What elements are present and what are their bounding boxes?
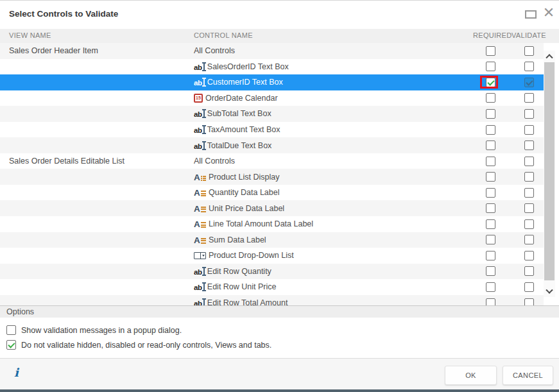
control-name-cell: Product Drop-Down List — [194, 248, 294, 264]
control-name-label: Product List Display — [209, 173, 279, 182]
vertical-scrollbar[interactable] — [544, 51, 555, 297]
close-button[interactable]: ✕ — [540, 3, 557, 22]
control-name-cell: abEdit Row Unit Price — [194, 279, 277, 295]
table-row[interactable]: AQuantity Data Label — [0, 185, 544, 201]
table-row[interactable]: Product Drop-Down List — [0, 248, 544, 264]
textbox-icon: ab — [194, 141, 205, 150]
data-label-icon: A — [194, 188, 206, 197]
validate-checkbox[interactable] — [524, 188, 534, 198]
control-name-cell: abEdit Row Quantity — [194, 264, 271, 280]
view-name-cell: Sales Order Details Editable List — [9, 153, 125, 169]
required-checkbox[interactable] — [486, 235, 495, 244]
control-name-label: SubTotal Text Box — [207, 109, 271, 118]
required-checkbox[interactable] — [486, 251, 495, 260]
column-header-required: REQUIRED — [473, 31, 512, 39]
control-name-label: Quantity Data Label — [209, 188, 280, 197]
required-checkbox[interactable] — [486, 93, 495, 103]
validate-checkbox[interactable] — [524, 172, 534, 182]
view-name-cell: Sales Order Header Item — [9, 43, 98, 59]
table-row[interactable]: 15OrderDate Calendar — [0, 90, 544, 107]
table-row[interactable]: abSalesOrderID Text Box — [0, 59, 544, 75]
validate-checkbox[interactable] — [524, 62, 534, 71]
required-checkbox[interactable] — [486, 109, 495, 119]
required-checkbox[interactable] — [486, 125, 495, 135]
validate-checkbox[interactable] — [524, 78, 534, 87]
table-row[interactable]: Sales Order Header ItemAll Controls — [0, 43, 544, 59]
ok-button[interactable]: OK — [445, 366, 497, 385]
option-show-validation-messages[interactable]: Show validation messages in a popup dial… — [6, 325, 182, 335]
control-name-label: OrderDate Calendar — [205, 94, 278, 103]
scrollbar-up-button[interactable] — [544, 51, 555, 61]
cancel-button[interactable]: CANCEL — [503, 366, 553, 385]
table-row[interactable]: abEdit Row Unit Price — [0, 279, 544, 295]
table-column-header: VIEW NAME CONTROL NAME REQUIRED VALIDATE — [0, 29, 559, 43]
validate-checkbox[interactable] — [524, 251, 534, 260]
control-name-cell: AUnit Price Data Label — [194, 200, 284, 216]
required-checkbox[interactable] — [486, 172, 495, 182]
scrollbar-thumb[interactable] — [544, 62, 555, 280]
required-checkbox[interactable] — [486, 62, 495, 71]
table-row[interactable]: Sales Order Details Editable ListAll Con… — [0, 153, 544, 169]
calendar-icon: 15 — [194, 94, 203, 103]
validate-checkbox[interactable] — [524, 141, 534, 150]
close-icon: ✕ — [543, 4, 555, 21]
maximize-icon — [525, 10, 537, 19]
control-name-label: Sum Data Label — [209, 235, 266, 244]
control-name-label: TaxAmount Text Box — [207, 125, 280, 134]
validate-checkbox[interactable] — [524, 203, 534, 213]
table-row[interactable]: abEdit Row Quantity — [0, 264, 544, 280]
data-label-icon: A — [194, 204, 206, 213]
column-header-view-name: VIEW NAME — [9, 31, 51, 39]
control-name-cell: AQuantity Data Label — [194, 185, 280, 201]
dialog-titlebar: Select Controls to Validate ✕ — [0, 1, 559, 29]
column-header-control-name: CONTROL NAME — [194, 31, 253, 39]
control-name-label: Line Total Amount Data Label — [209, 219, 313, 228]
validate-checkbox[interactable] — [524, 266, 534, 276]
control-name-cell: abTotalDue Text Box — [194, 137, 271, 153]
option-do-not-validate-hidden[interactable]: Do not validate hidden, disabled or read… — [6, 340, 271, 350]
required-checkbox[interactable] — [486, 219, 495, 229]
required-checkbox[interactable] — [486, 188, 495, 198]
required-checkbox[interactable] — [486, 282, 495, 292]
table-row[interactable]: ASum Data Label — [0, 232, 544, 248]
list-display-icon: A — [194, 173, 206, 182]
scrollbar-down-button[interactable] — [544, 287, 555, 297]
control-name-label: Edit Row Quantity — [207, 267, 271, 276]
textbox-icon: ab — [194, 109, 205, 118]
table-row[interactable]: AUnit Price Data Label — [0, 200, 544, 216]
validate-checkbox[interactable] — [524, 93, 534, 103]
textbox-icon: ab — [194, 62, 205, 71]
validate-checkbox[interactable] — [524, 282, 534, 292]
chevron-down-icon — [546, 287, 553, 294]
table-row[interactable]: abSubTotal Text Box — [0, 106, 544, 122]
validate-checkbox[interactable] — [524, 109, 534, 119]
table-row[interactable]: abEdit Row Total Amount — [0, 295, 544, 305]
required-checkbox[interactable] — [486, 141, 495, 150]
control-name-cell: ASum Data Label — [194, 232, 266, 248]
maximize-button[interactable] — [525, 10, 538, 19]
table-row[interactable]: abCustomerID Text Box — [0, 74, 544, 90]
do-not-validate-hidden-checkbox[interactable] — [6, 340, 16, 350]
select-controls-dialog: Select Controls to Validate ✕ VIEW NAME … — [0, 0, 559, 392]
dialog-footer: i OK CANCEL — [0, 358, 559, 390]
table-row[interactable]: ALine Total Amount Data Label — [0, 216, 544, 232]
validate-checkbox[interactable] — [524, 235, 534, 244]
validate-checkbox[interactable] — [524, 219, 534, 229]
required-checkbox[interactable] — [486, 157, 495, 166]
data-label-icon: A — [194, 235, 206, 244]
show-validation-messages-checkbox[interactable] — [6, 325, 16, 335]
required-checkbox[interactable] — [486, 203, 495, 213]
table-row[interactable]: AProduct List Display — [0, 169, 544, 185]
table-row[interactable]: abTaxAmount Text Box — [0, 122, 544, 138]
validate-checkbox[interactable] — [524, 157, 534, 166]
validate-checkbox[interactable] — [524, 46, 534, 56]
validate-checkbox[interactable] — [524, 298, 534, 305]
table-row[interactable]: abTotalDue Text Box — [0, 137, 544, 153]
control-name-label: Edit Row Unit Price — [207, 282, 277, 291]
control-name-label: Edit Row Total Amount — [207, 298, 288, 305]
required-checkbox[interactable] — [486, 298, 495, 305]
info-icon[interactable]: i — [14, 366, 19, 379]
required-checkbox[interactable] — [486, 266, 495, 276]
validate-checkbox[interactable] — [524, 125, 534, 135]
required-checkbox[interactable] — [486, 46, 495, 56]
